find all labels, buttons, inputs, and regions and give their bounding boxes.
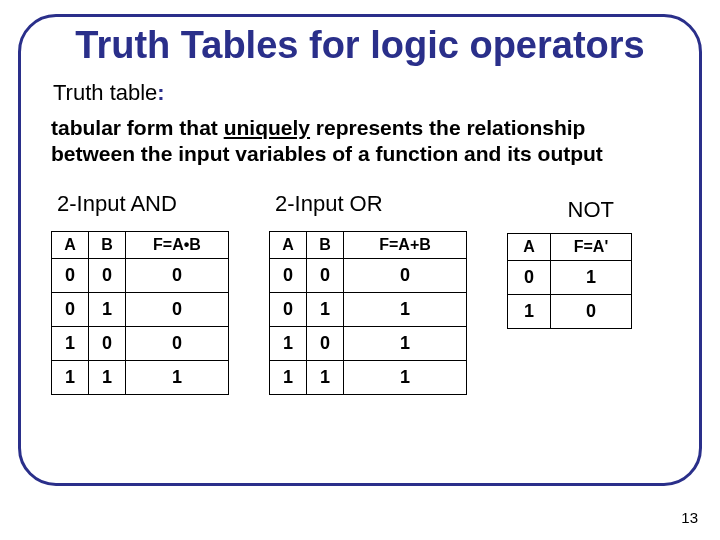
cell: 1	[551, 261, 632, 295]
cell: 1	[508, 295, 551, 329]
not-block: NOT A F=A' 0 1 1 0	[507, 197, 632, 329]
cell: 0	[508, 261, 551, 295]
cell: 1	[52, 361, 89, 395]
cell: 1	[344, 361, 467, 395]
slide-frame: Truth Tables for logic operators Truth t…	[18, 14, 702, 486]
table-row: 0 1 0	[52, 293, 229, 327]
cell: 0	[52, 293, 89, 327]
cell: 0	[344, 259, 467, 293]
table-row: 1 1 1	[270, 361, 467, 395]
subheading-label: Truth table	[53, 80, 157, 105]
cell: 1	[89, 293, 126, 327]
and-block: 2-Input AND A B F=A•B 0 0 0 0 1	[51, 191, 229, 395]
cell: 0	[89, 327, 126, 361]
slide: Truth Tables for logic operators Truth t…	[0, 0, 720, 540]
table-row: 0 0 0	[270, 259, 467, 293]
not-caption: NOT	[507, 197, 632, 223]
cell: 0	[126, 293, 229, 327]
or-h-f: F=A+B	[344, 232, 467, 259]
cell: 0	[89, 259, 126, 293]
table-row: 0 0 0	[52, 259, 229, 293]
or-caption: 2-Input OR	[275, 191, 467, 217]
or-h-b: B	[307, 232, 344, 259]
cell: 1	[270, 327, 307, 361]
cell: 0	[270, 259, 307, 293]
subheading: Truth table:	[53, 80, 165, 106]
tables-row: 2-Input AND A B F=A•B 0 0 0 0 1	[51, 191, 669, 395]
table-row: A F=A'	[508, 234, 632, 261]
cell: 1	[89, 361, 126, 395]
not-table: A F=A' 0 1 1 0	[507, 233, 632, 329]
cell: 0	[307, 259, 344, 293]
or-table: A B F=A+B 0 0 0 0 1 1 1	[269, 231, 467, 395]
and-caption: 2-Input AND	[57, 191, 229, 217]
and-h-a: A	[52, 232, 89, 259]
cell: 0	[126, 259, 229, 293]
cell: 1	[307, 293, 344, 327]
cell: 0	[52, 259, 89, 293]
page-number: 13	[681, 509, 698, 526]
cell: 1	[52, 327, 89, 361]
cell: 1	[307, 361, 344, 395]
cell: 1	[270, 361, 307, 395]
not-h-a: A	[508, 234, 551, 261]
not-h-f: F=A'	[551, 234, 632, 261]
cell: 0	[126, 327, 229, 361]
table-row: 0 1	[508, 261, 632, 295]
cell: 1	[126, 361, 229, 395]
cell: 0	[307, 327, 344, 361]
table-row: A B F=A•B	[52, 232, 229, 259]
cell: 0	[270, 293, 307, 327]
body-text: tabular form that uniquely represents th…	[51, 115, 669, 168]
table-row: 0 1 1	[270, 293, 467, 327]
body-underlined: uniquely	[224, 116, 310, 139]
body-pre: tabular form that	[51, 116, 224, 139]
cell: 1	[344, 293, 467, 327]
cell: 0	[551, 295, 632, 329]
or-block: 2-Input OR A B F=A+B 0 0 0 0 1	[269, 191, 467, 395]
table-row: 1 0	[508, 295, 632, 329]
or-h-a: A	[270, 232, 307, 259]
page-title: Truth Tables for logic operators	[51, 25, 669, 67]
and-table: A B F=A•B 0 0 0 0 1 0 1	[51, 231, 229, 395]
table-row: 1 0 0	[52, 327, 229, 361]
cell: 1	[344, 327, 467, 361]
table-row: A B F=A+B	[270, 232, 467, 259]
table-row: 1 0 1	[270, 327, 467, 361]
table-row: 1 1 1	[52, 361, 229, 395]
title-row: Truth Tables for logic operators Truth t…	[51, 25, 669, 67]
and-h-f: F=A•B	[126, 232, 229, 259]
subheading-colon: :	[157, 80, 164, 105]
and-h-b: B	[89, 232, 126, 259]
